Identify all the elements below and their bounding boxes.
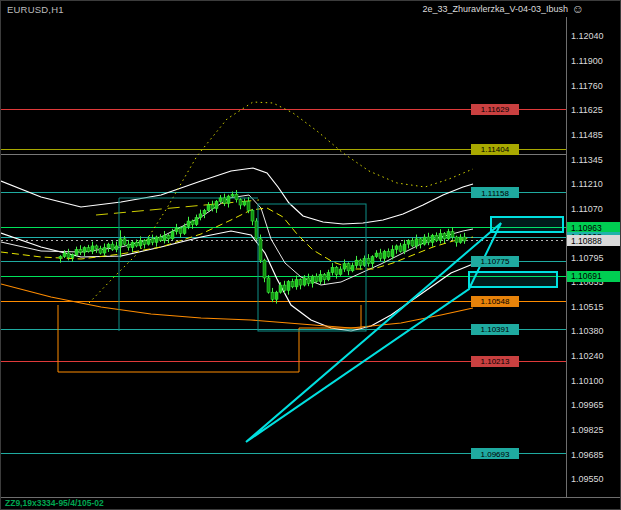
candle-body <box>139 241 142 246</box>
candle-body <box>103 248 106 253</box>
candle-body <box>395 246 398 250</box>
axis-tick-label: 1.11485 <box>571 130 603 140</box>
candle-body <box>247 201 250 210</box>
candle-body <box>259 239 262 260</box>
candle-body <box>439 233 442 240</box>
candle-body <box>71 255 74 258</box>
candle-body <box>319 274 322 281</box>
axis-tick-label: 1.09965 <box>571 400 604 410</box>
candle-body <box>311 276 314 283</box>
candle-body <box>267 278 270 292</box>
candle-body <box>307 278 310 283</box>
candle-body <box>303 278 306 285</box>
candle-body <box>107 244 110 248</box>
candle-body <box>407 241 410 245</box>
candle-body <box>99 249 102 253</box>
orange-step-channel <box>58 305 361 372</box>
cyan-target-box-upper[interactable] <box>491 217 563 232</box>
price-chart-canvas[interactable]: 1.120401.119001.117601.116251.114851.113… <box>1 1 621 510</box>
candle-body <box>423 237 426 244</box>
candle-body <box>271 292 274 299</box>
axis-tick-label: 1.09550 <box>571 474 604 484</box>
candle-body <box>275 292 278 299</box>
price-label-text-1.10548: 1.10548 <box>481 297 510 306</box>
candle-body <box>223 198 226 203</box>
ea-smiley-icon[interactable]: ☺ <box>572 2 584 16</box>
candle-body <box>339 269 342 274</box>
candle-body <box>83 248 86 252</box>
candle-body <box>163 235 166 240</box>
candle-body <box>371 257 374 264</box>
axis-tick-label: 1.11345 <box>571 155 603 165</box>
candle-body <box>203 210 206 214</box>
axis-tick-label: 1.10795 <box>571 253 604 263</box>
candle-body <box>63 253 66 257</box>
candle-body <box>131 242 134 247</box>
axis-price-text-1.10888: 1.10888 <box>571 236 602 246</box>
candle-body <box>147 239 150 244</box>
candle-body <box>87 248 90 252</box>
candle-body <box>435 235 438 240</box>
candle-body <box>391 249 394 256</box>
candle-body <box>175 228 178 232</box>
candle-body <box>447 232 450 239</box>
ma-medium-yellow-dash <box>1 208 473 269</box>
axis-tick-label: 1.11625 <box>571 105 603 115</box>
candle-body <box>215 201 218 208</box>
axis-tick-label: 1.12040 <box>571 31 604 41</box>
candle-body <box>355 260 358 265</box>
candle-body <box>359 260 362 265</box>
candle-body <box>151 239 154 243</box>
candle-body <box>211 205 214 209</box>
candle-body <box>347 264 350 271</box>
candle-body <box>403 244 406 251</box>
candle-body <box>387 251 390 256</box>
axis-price-text-1.10691: 1.10691 <box>571 271 602 281</box>
candle-body <box>111 244 114 249</box>
candle-body <box>219 198 222 202</box>
candle-body <box>195 217 198 224</box>
candle-body <box>231 194 234 196</box>
price-label-text-1.11404: 1.11404 <box>481 145 510 154</box>
candle-body <box>443 233 446 238</box>
candle-body <box>143 241 146 245</box>
candle-body <box>399 246 402 251</box>
candle-body <box>207 205 210 210</box>
axis-tick-label: 1.09825 <box>571 425 604 435</box>
candle-body <box>451 232 454 237</box>
candle-body <box>427 237 430 242</box>
candle-body <box>411 241 414 246</box>
ma-slow-orange <box>1 284 473 328</box>
candle-body <box>263 260 266 278</box>
candle-body <box>167 235 170 239</box>
candle-body <box>79 249 82 252</box>
candle-body <box>159 237 162 241</box>
axis-tick-label: 1.10240 <box>571 351 604 361</box>
candle-body <box>415 239 418 246</box>
candle-body <box>335 267 338 274</box>
candle-body <box>227 196 230 203</box>
candle-body <box>183 226 186 233</box>
candle-body <box>119 239 122 246</box>
candle-body <box>235 194 238 199</box>
candle-body <box>327 273 330 280</box>
candle-body <box>171 232 174 239</box>
indicator-comment-text: ZZ9,19x3334-95/4/105-02 <box>5 498 104 508</box>
candle-body <box>179 228 182 233</box>
candle-body <box>123 239 126 244</box>
candle-body <box>91 246 94 251</box>
price-label-text-1.09693: 1.09693 <box>481 450 510 459</box>
candle-body <box>187 221 190 226</box>
cyan-target-box-lower[interactable] <box>469 272 557 287</box>
candle-body <box>463 237 466 241</box>
chart-header: EURUSD,H1 2e_33_Zhuravlerzka_V-04-03_Ibu… <box>1 1 620 17</box>
candle-body <box>67 253 70 257</box>
candle-body <box>95 246 98 249</box>
cyan-trend-wedge[interactable] <box>246 223 501 442</box>
price-label-text-1.10213: 1.10213 <box>481 357 510 366</box>
candle-body <box>243 201 246 205</box>
mt4-chart-window: 1.120401.119001.117601.116251.114851.113… <box>0 0 621 510</box>
candle-body <box>127 244 130 248</box>
axis-tick-label: 1.10100 <box>571 376 604 386</box>
candle-body <box>279 285 282 292</box>
